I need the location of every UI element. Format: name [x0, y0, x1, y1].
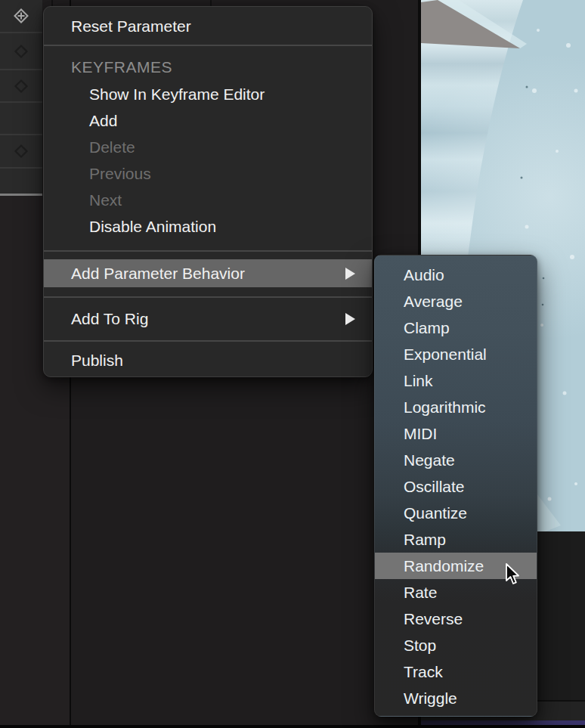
menu-section-header: KEYFRAMES [44, 54, 372, 81]
submenu-arrow-icon [345, 313, 355, 325]
submenu-item-label: Logarithmic [404, 398, 486, 417]
diamond-icon [14, 79, 29, 94]
keyframe-add-icon [13, 8, 29, 24]
submenu-item-label: Randomize [404, 557, 484, 575]
menu-item-label: Disable Animation [89, 218, 216, 236]
submenu-item[interactable]: Exponential [375, 341, 537, 367]
submenu-item-label: Track [404, 663, 443, 681]
window-edge [0, 725, 585, 728]
menu-separator [44, 250, 372, 252]
submenu-item-label: Link [404, 372, 433, 390]
submenu-item-label: Ramp [404, 531, 446, 549]
menu-item[interactable]: Show In Keyframe Editor [44, 81, 372, 107]
menu-item[interactable]: Delete [44, 134, 372, 160]
menu-item-label: Previous [89, 165, 151, 183]
submenu-item-label: Exponential [404, 345, 487, 364]
keyframe-row[interactable] [0, 103, 42, 135]
submenu-item-label: Reverse [404, 610, 463, 628]
submenu-item[interactable]: Oscillate [375, 473, 537, 500]
keyframe-row[interactable] [0, 0, 42, 33]
mouse-cursor-icon [505, 563, 523, 586]
menu-item[interactable]: Previous [44, 160, 372, 187]
submenu-item[interactable]: Stop [375, 632, 537, 658]
menu-item[interactable]: Disable Animation [44, 213, 372, 240]
context-menu: Reset Parameter KEYFRAMES Show In Keyfra… [43, 6, 373, 377]
menu-item-label: Add [89, 112, 117, 130]
keyframe-row[interactable] [0, 70, 42, 103]
menu-item[interactable]: Add [44, 107, 372, 134]
submenu-item[interactable]: Clamp [375, 314, 537, 341]
parameter-behavior-submenu: Audio Average Clamp Exponential Link Log… [374, 255, 537, 717]
submenu-item-label: Clamp [404, 319, 450, 337]
menu-item-label: Add To Rig [71, 310, 148, 328]
menu-item[interactable]: Publish [44, 342, 372, 377]
menu-item-label: Show In Keyframe Editor [89, 85, 265, 104]
menu-item[interactable]: Next [44, 187, 372, 213]
submenu-item[interactable]: Audio [375, 262, 537, 288]
menu-item[interactable]: Add To Rig [44, 298, 372, 340]
submenu-item-label: Quantize [404, 504, 467, 522]
keyframe-column [0, 0, 42, 196]
menu-item-label: Add Parameter Behavior [71, 265, 245, 283]
submenu-item[interactable]: Link [375, 367, 537, 394]
submenu-item[interactable]: Wriggle [375, 685, 537, 711]
submenu-item-label: Stop [404, 637, 436, 655]
keyframe-row[interactable] [0, 33, 42, 70]
submenu-item-label: Wriggle [404, 689, 457, 708]
diamond-icon [14, 44, 29, 59]
submenu-item-label: Average [404, 293, 463, 311]
menu-item-label: Next [89, 191, 122, 209]
submenu-item-label: MIDI [404, 425, 437, 443]
menu-item[interactable]: Reset Parameter [44, 11, 372, 42]
submenu-item-label: Rate [404, 584, 437, 602]
keyframe-row[interactable] [0, 167, 42, 169]
menu-item[interactable]: Add Parameter Behavior [44, 259, 372, 287]
submenu-item[interactable]: Reverse [375, 606, 537, 632]
menu-item-label: Publish [71, 352, 123, 370]
submenu-item-label: Negate [404, 451, 455, 469]
submenu-item[interactable]: Logarithmic [375, 394, 537, 420]
submenu-item[interactable]: Quantize [375, 500, 537, 526]
submenu-item[interactable]: Average [375, 288, 537, 314]
submenu-item-label: Oscillate [404, 478, 465, 496]
motion-app-canvas: Reset Parameter KEYFRAMES Show In Keyfra… [0, 0, 585, 728]
submenu-item[interactable]: Track [375, 658, 537, 685]
menu-separator [44, 45, 372, 46]
submenu-item[interactable]: Negate [375, 447, 537, 473]
menu-item-label: Delete [89, 138, 135, 156]
submenu-item[interactable]: Ramp [375, 526, 537, 553]
keyframe-row[interactable] [0, 135, 42, 167]
submenu-item[interactable]: MIDI [375, 420, 537, 447]
diamond-icon [14, 144, 29, 159]
menu-item-label: KEYFRAMES [71, 58, 172, 76]
submenu-item-label: Audio [404, 266, 444, 284]
menu-item-label: Reset Parameter [71, 17, 191, 36]
submenu-arrow-icon [345, 268, 355, 280]
